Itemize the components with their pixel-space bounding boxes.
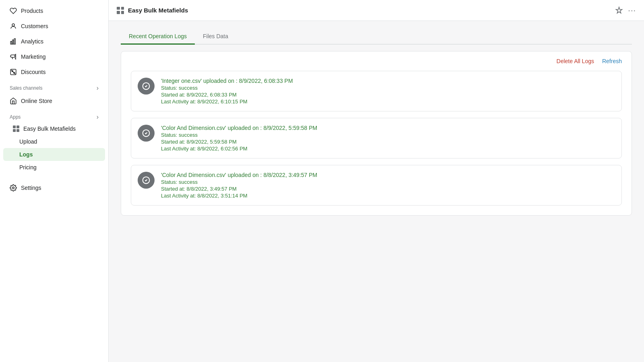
log-entry-2-status: Status: success bbox=[161, 132, 317, 138]
svg-rect-1 bbox=[10, 41, 12, 44]
log-entry: 'Color And Dimension.csv' uploaded on : … bbox=[131, 118, 622, 158]
megaphone-icon bbox=[10, 53, 17, 60]
svg-point-7 bbox=[12, 187, 14, 189]
sidebar-sub-item-pricing[interactable]: Pricing bbox=[3, 161, 105, 174]
sidebar-sub-item-upload-label: Upload bbox=[19, 138, 37, 145]
sidebar-sub-item-upload[interactable]: Upload bbox=[3, 135, 105, 148]
sidebar: Products Customers Analytics Marketing D… bbox=[0, 0, 109, 362]
heart-icon bbox=[10, 7, 17, 14]
store-icon bbox=[10, 97, 17, 105]
sidebar-sub-item-logs-label: Logs bbox=[19, 151, 33, 158]
log-success-icon-2 bbox=[138, 125, 155, 142]
app-header-left: Easy Bulk Metafields bbox=[117, 7, 188, 14]
sidebar-item-online-store[interactable]: Online Store bbox=[3, 93, 105, 109]
delete-all-logs-button[interactable]: Delete All Logs bbox=[557, 58, 594, 64]
sidebar-item-discounts[interactable]: Discounts bbox=[3, 64, 105, 80]
sidebar-item-products-label: Products bbox=[21, 8, 43, 14]
apps-chevron[interactable]: › bbox=[97, 113, 99, 121]
app-grid-icon bbox=[117, 7, 124, 14]
log-entry-1-status: Status: success bbox=[161, 85, 293, 91]
app-header-right: ··· bbox=[615, 6, 636, 15]
apps-section: Apps › bbox=[0, 109, 108, 122]
log-entry-3-started: Started at: 8/8/2022, 3:49:57 PM bbox=[161, 186, 317, 192]
tabs-bar: Recent Operation Logs Files Data bbox=[121, 29, 632, 45]
main-content: Recent Operation Logs Files Data Delete … bbox=[109, 21, 644, 362]
tab-recent-operation-logs[interactable]: Recent Operation Logs bbox=[121, 29, 195, 45]
sidebar-item-easy-bulk-label: Easy Bulk Metafields bbox=[23, 125, 76, 132]
log-entry-3-details: 'Color And Dimension.csv' uploaded on : … bbox=[161, 172, 317, 199]
sidebar-sub-item-pricing-label: Pricing bbox=[19, 164, 37, 171]
app-header-title: Easy Bulk Metafields bbox=[128, 7, 188, 14]
log-entry-2-started: Started at: 8/9/2022, 5:59:58 PM bbox=[161, 139, 317, 145]
svg-rect-3 bbox=[14, 39, 15, 44]
person-icon bbox=[10, 23, 17, 30]
sidebar-item-discounts-label: Discounts bbox=[21, 69, 45, 75]
log-entry-3-status: Status: success bbox=[161, 179, 317, 185]
log-entry-2-title: 'Color And Dimension.csv' uploaded on : … bbox=[161, 125, 317, 131]
svg-point-0 bbox=[12, 24, 14, 26]
bar-chart-icon bbox=[10, 38, 17, 45]
log-success-icon-3 bbox=[138, 172, 155, 189]
tab-files-data[interactable]: Files Data bbox=[195, 29, 236, 45]
log-entry: 'Color And Dimension.csv' uploaded on : … bbox=[131, 165, 622, 206]
svg-rect-2 bbox=[12, 40, 14, 44]
pin-button[interactable] bbox=[615, 6, 623, 14]
sidebar-item-marketing[interactable]: Marketing bbox=[3, 49, 105, 64]
log-entry-2-details: 'Color And Dimension.csv' uploaded on : … bbox=[161, 125, 317, 152]
more-actions-button[interactable]: ··· bbox=[628, 6, 636, 15]
discount-icon bbox=[10, 68, 17, 76]
log-entry-1-last-activity: Last Activity at: 8/9/2022, 6:10:15 PM bbox=[161, 99, 293, 105]
log-entry-3-title: 'Color And Dimension.csv' uploaded on : … bbox=[161, 172, 317, 178]
sidebar-item-settings[interactable]: Settings bbox=[3, 180, 105, 195]
log-entry-1-started: Started at: 8/9/2022, 6:08:33 PM bbox=[161, 92, 293, 98]
log-entry-2-last-activity: Last Activity at: 8/9/2022, 6:02:56 PM bbox=[161, 146, 317, 152]
sidebar-item-marketing-label: Marketing bbox=[21, 53, 45, 60]
sidebar-item-customers[interactable]: Customers bbox=[3, 19, 105, 34]
logs-panel: Delete All Logs Refresh 'Integer one.csv… bbox=[121, 51, 632, 216]
sales-channels-chevron[interactable]: › bbox=[97, 84, 99, 92]
sidebar-item-easy-bulk[interactable]: Easy Bulk Metafields bbox=[3, 122, 105, 135]
log-success-icon-1 bbox=[138, 78, 155, 95]
grid-app-icon bbox=[13, 125, 19, 132]
sidebar-item-customers-label: Customers bbox=[21, 23, 48, 29]
log-list: 'Integer one.csv' uploaded on : 8/9/2022… bbox=[121, 71, 632, 215]
app-header: Easy Bulk Metafields ··· bbox=[109, 0, 644, 21]
sidebar-item-settings-label: Settings bbox=[21, 185, 41, 191]
settings-icon bbox=[10, 184, 17, 191]
sales-channels-section: Sales channels › bbox=[0, 80, 108, 93]
sidebar-sub-item-logs[interactable]: Logs bbox=[3, 148, 105, 161]
log-entry-1-title: 'Integer one.csv' uploaded on : 8/9/2022… bbox=[161, 78, 293, 84]
log-entry-1-details: 'Integer one.csv' uploaded on : 8/9/2022… bbox=[161, 78, 293, 105]
sidebar-item-products[interactable]: Products bbox=[3, 3, 105, 19]
main-area: Easy Bulk Metafields ··· Recent Operatio… bbox=[109, 0, 644, 362]
sidebar-item-online-store-label: Online Store bbox=[21, 98, 52, 104]
sidebar-item-analytics-label: Analytics bbox=[21, 38, 43, 45]
logs-actions: Delete All Logs Refresh bbox=[121, 51, 632, 71]
log-entry-3-last-activity: Last Activity at: 8/8/2022, 3:51:14 PM bbox=[161, 193, 317, 199]
sidebar-item-analytics[interactable]: Analytics bbox=[3, 34, 105, 49]
log-entry: 'Integer one.csv' uploaded on : 8/9/2022… bbox=[131, 71, 622, 111]
refresh-button[interactable]: Refresh bbox=[602, 58, 622, 64]
